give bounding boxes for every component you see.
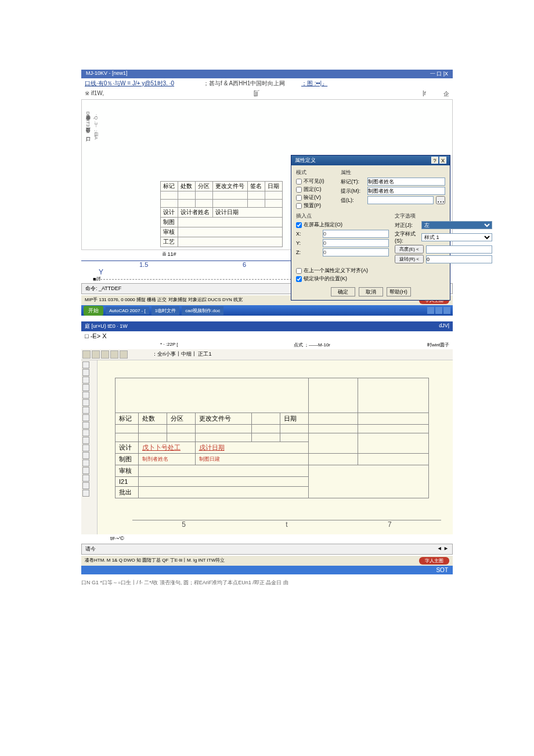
draw-date-attr[interactable]: 制图日建 xyxy=(195,454,308,465)
left-toolbar[interactable] xyxy=(81,360,98,534)
draw-tool-icon[interactable] xyxy=(82,444,89,451)
col-zone: 分区 xyxy=(167,413,195,425)
windows-taskbar[interactable]: 开始 AutoCAD 2007 - [ 1临时文件 cad视频制作.doc xyxy=(81,305,453,316)
sub-menu: ※ if1W, [jj´ |r 企 xyxy=(81,89,453,99)
y-input xyxy=(323,239,389,247)
design-date: 设计日期 xyxy=(213,208,283,218)
style-select[interactable]: 样式 1 xyxy=(421,233,492,241)
chk-preset[interactable] xyxy=(296,203,302,209)
row-draw: 制图 xyxy=(116,454,139,465)
canvas-container: 材料 标记 处数 分区 更改文件号 日期 设计 戊卜卜号处工 xyxy=(81,360,453,534)
toolbar-row[interactable]: ：全ri小事丨中细丨 正工1 xyxy=(81,349,453,360)
cancel-button[interactable]: 取消 xyxy=(359,287,383,296)
attribute-definition-dialog[interactable]: 属性定义 ? X 模式 不可见(I) 固定(C) 验证(V) 预置(P) xyxy=(291,155,450,301)
task-autocad[interactable]: AutoCAD 2007 - [ xyxy=(106,307,149,314)
chk-onscreen[interactable] xyxy=(296,222,302,228)
col-zone: 分区 xyxy=(196,182,213,191)
cad-window-2: 庭 [ur×U) tE0 · 1W dJV| □ -E> X * · :22P … xyxy=(81,321,453,574)
title-bar-2[interactable]: 庭 [ur×U) tE0 · 1W dJV| xyxy=(81,321,453,331)
drawing-canvas-2[interactable]: 材料 标记 处数 分区 更改文件号 日期 设计 戊卜卜号处工 xyxy=(98,360,453,534)
close-icon[interactable]: X xyxy=(439,157,446,164)
draw-tool-icon[interactable] xyxy=(82,407,89,414)
drawer-name-attr[interactable]: 制剂者姓名 xyxy=(139,454,196,465)
height-input[interactable] xyxy=(426,245,492,254)
prompt-input[interactable] xyxy=(367,187,445,195)
row-approve: 批出 xyxy=(116,487,139,498)
draw-tool-icon[interactable] xyxy=(82,399,89,406)
menu-left[interactable]: 口线·有0％·与W = J/+ y@51时3. ·0 xyxy=(85,80,174,86)
status-bar-2[interactable]: 凑卷HTM. M 1& Q DWO 知 圆陆丁基 QF 丁E·Iii丨M. lg… xyxy=(81,556,453,566)
dialog-controls[interactable]: ? X xyxy=(431,157,446,164)
drawing-canvas[interactable]: 庐事格非今DDRT丁丁口口口口丨丨中各3 / 3口口厂 ；Q .3~ 口 ;·m… xyxy=(81,99,453,250)
chk-verify[interactable] xyxy=(296,195,302,201)
default-input[interactable] xyxy=(367,196,434,204)
app-title: MJ-10KV - [new1] xyxy=(86,70,128,78)
height-button[interactable]: 高度(E) < xyxy=(395,245,424,254)
draw-tool-icon[interactable] xyxy=(82,467,89,474)
draw-tool-icon[interactable] xyxy=(82,482,89,489)
command-text: 命令: _ATTDEF xyxy=(85,285,121,292)
draw-tool-icon[interactable] xyxy=(82,429,89,436)
chk-lock-position[interactable] xyxy=(296,276,302,282)
insert-field-button[interactable]: ⋯ xyxy=(436,196,445,204)
designer-name-attr[interactable]: 戊卜卜号处工 xyxy=(139,442,196,454)
draw-tool-icon[interactable] xyxy=(82,422,89,429)
ok-button[interactable]: 确定 xyxy=(331,287,355,296)
window-controls[interactable]: 一 口 |X xyxy=(430,70,448,78)
draw-tool-icon[interactable] xyxy=(82,369,89,376)
menu-bar-2[interactable]: □ -E> X xyxy=(81,331,453,341)
col-mark: 标记 xyxy=(161,182,178,191)
footer-text: 口N G1 *口等～=口生丨/ f- 二*/收 顶否涨句, 圆；程EAriF准均… xyxy=(0,574,534,591)
help-icon[interactable]: ? xyxy=(431,157,438,164)
menu-right[interactable]: ；图 :••|」 xyxy=(301,80,327,86)
title-bar[interactable]: MJ-10KV - [new1] 一 口 |X xyxy=(81,70,453,78)
title-block-table-2: 标记 处数 分区 更改文件号 日期 设计 戊卜卜号处工 戌计日期 制图 xyxy=(115,378,429,498)
draw-tool-icon[interactable] xyxy=(82,377,89,384)
x-input xyxy=(323,230,389,238)
tool-icon[interactable] xyxy=(82,350,91,359)
col-change: 更改文件号 xyxy=(213,182,248,191)
chk-constant[interactable] xyxy=(296,187,302,193)
dialog-title-bar[interactable]: 属性定义 ? X xyxy=(291,155,450,165)
draw-tool-icon[interactable] xyxy=(82,414,89,421)
menu-bar[interactable]: 口线·有0％·与W = J/+ y@51时3. ·0 ；甚与f & A西HH1中… xyxy=(81,78,453,89)
scroll-icons[interactable]: ◄ ► xyxy=(437,545,449,553)
rotation-input[interactable] xyxy=(426,255,492,263)
design-date-attr[interactable]: 戌计日期 xyxy=(195,442,308,454)
start-button[interactable]: 开始 xyxy=(84,306,103,316)
tag-input[interactable] xyxy=(367,178,445,186)
bottom-ruler: 5 t 7 xyxy=(132,520,441,529)
rotation-button[interactable]: 旋转(R) < xyxy=(395,255,424,263)
draw-tool-icon[interactable] xyxy=(82,384,89,391)
draw-tool-icon[interactable] xyxy=(82,475,89,482)
chk-invisible[interactable] xyxy=(296,179,302,185)
tool-icon[interactable] xyxy=(120,350,128,359)
row-craft: 工艺 xyxy=(161,237,178,247)
tool-icon[interactable] xyxy=(101,350,109,359)
menu-center: ；甚与f & A西HH1中国时向上网 xyxy=(203,80,285,86)
task-temp-folder[interactable]: 1临时文件 xyxy=(151,306,179,315)
vertical-text-1: 庐事格非今DDRT丁丁口口口口丨丨中各3 / 3口口厂 xyxy=(84,111,91,133)
col-count: 处数 xyxy=(178,182,196,191)
help-button[interactable]: 帮助(H) xyxy=(387,287,411,296)
text-group: 文字选项 xyxy=(395,212,492,220)
chk-align-below[interactable] xyxy=(296,268,302,274)
task-doc[interactable]: cad视频制作.doc xyxy=(182,306,223,315)
red-badge-2[interactable]: 字人主图 xyxy=(419,557,449,565)
align-select[interactable]: 左 xyxy=(421,221,492,229)
draw-tool-icon[interactable] xyxy=(82,392,89,399)
col-mark: 标记 xyxy=(116,413,139,425)
cad-window-1: MJ-10KV - [new1] 一 口 |X 口线·有0％·与W = J/+ … xyxy=(81,70,453,316)
draw-tool-icon[interactable] xyxy=(82,460,89,466)
row-review: 审核 xyxy=(116,465,139,477)
draw-tool-icon[interactable] xyxy=(82,490,89,497)
draw-tool-icon[interactable] xyxy=(82,361,89,368)
sot-bar: SOT xyxy=(81,566,453,574)
tool-icon[interactable] xyxy=(110,350,118,359)
tool-icon[interactable] xyxy=(92,350,100,359)
draw-tool-icon[interactable] xyxy=(82,452,89,459)
draw-tool-icon[interactable] xyxy=(82,437,89,444)
command-line-2[interactable]: 请今 ◄ ► xyxy=(81,544,453,555)
system-tray[interactable] xyxy=(427,307,450,314)
col-change: 更改文件号 xyxy=(195,413,252,425)
